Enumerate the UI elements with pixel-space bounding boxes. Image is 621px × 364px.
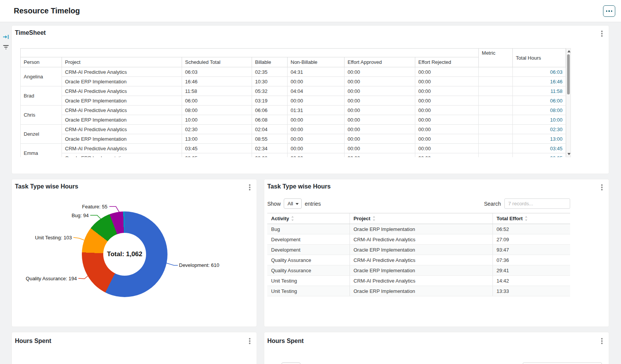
sort-icon: [372, 216, 376, 221]
total-hours-link[interactable]: 06:00: [513, 96, 566, 106]
person-cell: Brad: [21, 86, 62, 106]
table-row: Unit Testing Oracle ERP Implementation 1…: [267, 286, 570, 296]
timesheet-metric-header: Metric: [479, 49, 513, 67]
vertical-scrollbar[interactable]: [566, 48, 571, 157]
donut-chart: Feature: 55 Bug: 94 Unit Testing: 103 Qu…: [12, 179, 257, 327]
col-activity[interactable]: Activity: [267, 213, 350, 224]
task-type-table-panel: Task Type wise Hours Show All entries Se…: [264, 179, 609, 327]
total-hours-link[interactable]: 02:30: [513, 125, 566, 134]
table-row: Quality Assurance Oracle ERP Implementat…: [267, 265, 570, 276]
total-hours-link[interactable]: 08:00: [513, 106, 566, 115]
person-cell: Angelina: [21, 67, 62, 86]
collapse-panel-icon[interactable]: [3, 34, 9, 40]
table-row: Oracle ERP Implementation 16:46 10:30 00…: [21, 77, 566, 86]
scroll-up-icon[interactable]: [567, 50, 571, 52]
ellipsis-icon: [606, 10, 608, 12]
search-input[interactable]: [504, 198, 570, 209]
table-row: Denzel CRM-AI Predictive Analytics 02:30…: [21, 125, 566, 134]
timesheet-panel: TimeSheet Metric Total Hours Person Proj…: [11, 25, 609, 174]
col-project[interactable]: Project: [350, 213, 493, 224]
show-label: Show: [267, 201, 281, 207]
table-row: Oracle ERP Implementation 10:00 06:08 00…: [21, 115, 566, 125]
total-hours-link[interactable]: 16:46: [513, 77, 566, 86]
table-row: Development CRM-AI Predictive Analytics …: [267, 234, 570, 245]
person-cell: Emma: [21, 144, 62, 158]
slice-label-feature: Feature: 55: [58, 204, 107, 210]
total-hours-link[interactable]: 06:03: [513, 67, 566, 77]
col-billable: Billable: [252, 57, 288, 67]
hours-spent-right-panel: Hours Spent: [264, 332, 609, 364]
hours-spent-right-kebab[interactable]: [600, 338, 604, 344]
slice-label-development: Development: 610: [179, 262, 240, 268]
donut-total-label: Total: 1,062: [94, 250, 155, 258]
col-person: Person: [21, 57, 62, 67]
table-controls: Show All entries Search: [264, 197, 610, 209]
timesheet-kebab-menu[interactable]: [600, 30, 604, 37]
slice-label-quality-assurance: Quality Assurance: 194: [16, 276, 77, 281]
total-hours-link[interactable]: 00:05: [513, 153, 566, 158]
hours-spent-left-title: Hours Spent: [15, 338, 51, 344]
slice-label-bug: Bug: 94: [39, 213, 89, 218]
total-hours-link[interactable]: 03:45: [513, 144, 566, 153]
search-input[interactable]: [523, 362, 602, 364]
sort-icon: [291, 216, 294, 221]
col-non-billable: Non-Billable: [288, 57, 345, 67]
col-effort-rejected: Effort Rejected: [415, 57, 479, 67]
timesheet-title: TimeSheet: [15, 29, 46, 36]
table-row: Emma CRM-AI Predictive Analytics 03:45 0…: [21, 144, 566, 153]
page-title: Resource Timelog: [14, 6, 80, 15]
left-rail: [0, 22, 11, 364]
table-row: Oracle ERP Implementation 13:00 08:55 00…: [21, 134, 566, 144]
table-row: Oracle ERP Implementation 06:00 03:19 00…: [21, 96, 566, 106]
filter-icon[interactable]: [3, 44, 9, 50]
task-type-chart-panel: Task Type wise Hours Feature: 55 Bug: 94…: [11, 179, 257, 327]
more-options-button[interactable]: [603, 5, 615, 17]
scroll-down-icon[interactable]: [567, 153, 571, 155]
col-total-effort[interactable]: Total Effort: [493, 213, 570, 224]
table-kebab-menu[interactable]: [600, 184, 604, 191]
total-hours-link[interactable]: 10:00: [513, 115, 566, 125]
slice-label-unit-testing: Unit Testing: 103: [20, 235, 72, 240]
table-row: Brad CRM-AI Predictive Analytics 11:58 0…: [21, 86, 566, 96]
timesheet-table: Metric Total Hours Person Project Schedu…: [20, 48, 566, 157]
table-row: Unit Testing CRM-AI Predictive Analytics…: [267, 276, 570, 286]
table-row: Bug Oracle ERP Implementation 06:52: [267, 224, 570, 234]
table-row: Quality Assurance CRM-AI Predictive Anal…: [267, 255, 570, 265]
entries-select[interactable]: All: [284, 198, 302, 209]
hours-spent-left-panel: Hours Spent: [11, 332, 257, 364]
chevron-down-icon: [296, 203, 299, 205]
scrollbar-thumb[interactable]: [567, 54, 570, 94]
hours-spent-right-title: Hours Spent: [267, 338, 304, 344]
entries-select[interactable]: [281, 362, 301, 364]
table-row: Development Oracle ERP Implementation 93…: [267, 245, 570, 255]
person-cell: Denzel: [21, 125, 62, 144]
search-label: Search: [484, 201, 501, 207]
col-effort-approved: Effort Approved: [345, 57, 415, 67]
entries-label: entries: [305, 201, 321, 207]
table-row: Angelina CRM-AI Predictive Analytics 06:…: [21, 67, 566, 77]
table-row: Chris CRM-AI Predictive Analytics 08:00 …: [21, 106, 566, 115]
app-header: Resource Timelog: [0, 0, 621, 22]
timesheet-group-spacer: [21, 49, 479, 57]
show-entries-group: Show All entries: [267, 198, 321, 209]
timesheet-total-hours-header: Total Hours: [513, 49, 566, 67]
total-hours-link[interactable]: 11:58: [513, 86, 566, 96]
sort-icon: [525, 216, 528, 221]
table-panel-title: Task Type wise Hours: [267, 183, 331, 190]
search-group: Search: [484, 198, 570, 209]
col-scheduled-total: Scheduled Total: [182, 57, 252, 67]
hours-spent-left-kebab[interactable]: [247, 338, 252, 344]
timesheet-table-container: Metric Total Hours Person Project Schedu…: [20, 48, 571, 157]
col-project: Project: [62, 57, 182, 67]
person-cell: Chris: [21, 106, 62, 125]
table-row: Oracle ERP Implementation 00:05 00:00 00…: [21, 153, 566, 158]
task-type-table: Activity Project Total Effort Bug Oracle…: [267, 213, 570, 296]
total-hours-link[interactable]: 13:00: [513, 134, 566, 144]
